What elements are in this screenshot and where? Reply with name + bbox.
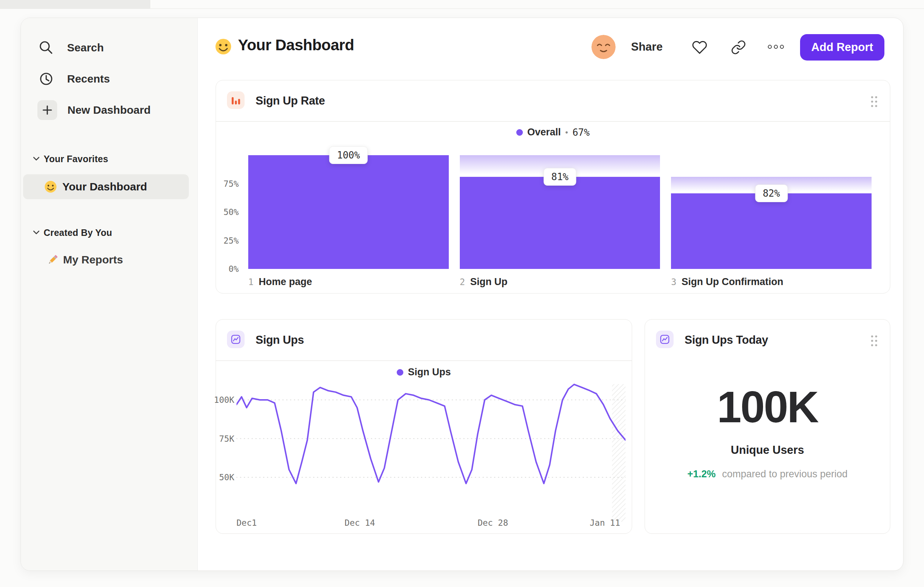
signups-today-card: Sign Ups Today 100K Unique Users +1.2% c… <box>645 319 890 534</box>
sidebar-item-search[interactable]: Search <box>37 37 104 59</box>
pencil-emoji-icon <box>46 253 59 266</box>
funnel-legend[interactable]: Overall • 67% <box>216 127 890 138</box>
app-window: Search Recents New Dashboard Your Favori <box>21 18 903 571</box>
line-legend[interactable]: Sign Ups <box>216 367 632 378</box>
sidebar-item-recents[interactable]: Recents <box>37 68 110 90</box>
x-tick-label: Dec 28 <box>478 518 508 528</box>
funnel-plot: 100% 81% 82% <box>248 155 871 269</box>
link-icon[interactable] <box>731 40 746 55</box>
plus-icon <box>37 100 57 120</box>
search-icon <box>37 39 55 56</box>
sidebar-item-your-dashboard[interactable]: Your Dashboard <box>23 174 189 199</box>
funnel-value-tooltip: 100% <box>329 146 368 164</box>
legend-separator: • <box>565 128 568 137</box>
funnel-bar-fill <box>460 177 660 269</box>
line-chart-icon <box>656 331 673 348</box>
share-button[interactable]: Share <box>631 40 663 54</box>
incomplete-period-band <box>612 384 625 522</box>
metric-change: +1.2% compared to previous period <box>645 468 890 480</box>
legend-dot <box>516 129 523 136</box>
metric-change-desc: compared to previous period <box>722 468 847 480</box>
signups-series-line <box>236 384 625 484</box>
signups-card: Sign Ups Sign Ups 100K75K50K Dec1Dec 14D… <box>216 319 632 534</box>
smiley-emoji-icon <box>44 180 57 193</box>
x-tick-label: Dec1 <box>236 518 257 528</box>
screen-top-strip <box>0 0 150 8</box>
sidebar-item-label: New Dashboard <box>68 104 151 116</box>
sidebar-item-my-reports[interactable]: My Reports <box>46 249 123 271</box>
divider <box>216 121 890 122</box>
card-title: Sign Ups Today <box>685 334 768 347</box>
sidebar: Search Recents New Dashboard Your Favori <box>21 18 198 570</box>
metric-change-pct: +1.2% <box>687 468 715 480</box>
funnel-value-tooltip: 81% <box>544 168 576 186</box>
clock-icon <box>37 70 55 88</box>
y-tick-label: 25% <box>223 236 239 246</box>
add-report-button[interactable]: Add Report <box>800 34 884 61</box>
funnel-y-axis: 75%50%25%0% <box>216 155 243 269</box>
bar-chart-icon <box>227 91 244 109</box>
funnel-bar-sign-up-confirmation[interactable]: 82% <box>671 155 871 269</box>
y-tick-label: 75K <box>219 434 234 444</box>
legend-value: 67% <box>573 127 590 138</box>
signups-line-chart[interactable] <box>236 379 625 525</box>
section-title: Your Favorites <box>44 154 108 164</box>
sidebar-item-label: Your Dashboard <box>62 180 147 193</box>
y-tick-label: 50K <box>219 472 234 483</box>
funnel-value-tooltip: 82% <box>755 185 788 202</box>
relieved-face-emoji-icon <box>591 35 615 59</box>
avatar[interactable] <box>591 35 615 59</box>
line-y-axis: 100K75K50K <box>216 319 239 533</box>
heart-icon[interactable] <box>692 40 707 55</box>
sidebar-item-label: Search <box>67 41 104 54</box>
more-options-icon[interactable] <box>767 45 784 49</box>
legend-dot <box>397 369 403 376</box>
chevron-down-icon <box>33 157 40 161</box>
drag-handle-icon[interactable] <box>870 95 878 108</box>
dashboard-title-emoji-icon <box>214 38 232 55</box>
signup-rate-card: Sign Up Rate Overall • 67% 75%50%25%0% 1… <box>216 80 890 293</box>
funnel-bar-home-page[interactable]: 100% <box>248 155 449 269</box>
x-tick-label: Jan 11 <box>590 518 620 528</box>
funnel-bar-sign-up[interactable]: 81% <box>460 155 660 269</box>
sidebar-item-new-dashboard[interactable]: New Dashboard <box>37 99 151 121</box>
y-tick-label: 0% <box>228 264 239 274</box>
x-tick-label: Dec 14 <box>345 518 375 528</box>
metric-label: Unique Users <box>645 443 890 457</box>
metric-value: 100K <box>645 381 890 433</box>
card-title: Sign Ups <box>256 334 304 347</box>
sidebar-item-label: Recents <box>67 73 110 85</box>
funnel-step-label: 2 Sign Up <box>460 276 660 288</box>
funnel-bar-fill <box>248 155 449 269</box>
section-title: Created By You <box>44 227 112 238</box>
funnel-step-label: 3 Sign Up Confirmation <box>671 276 871 288</box>
y-tick-label: 50% <box>223 207 239 217</box>
funnel-step-label: 1 Home page <box>248 276 449 288</box>
sidebar-section-created-by-you[interactable]: Created By You <box>33 227 112 238</box>
y-tick-label: 75% <box>223 179 239 189</box>
y-tick-label: 100K <box>214 395 234 405</box>
legend-name: Overall <box>527 127 561 138</box>
drag-handle-icon[interactable] <box>870 334 878 347</box>
funnel-x-axis: 1 Home page 2 Sign Up 3 Sign Up Confirma… <box>248 276 871 288</box>
legend-name: Sign Ups <box>408 367 450 378</box>
sidebar-section-your-favorites[interactable]: Your Favorites <box>33 153 108 165</box>
line-x-axis: Dec1Dec 14Dec 28Jan 11 <box>216 518 632 529</box>
chevron-down-icon <box>33 230 40 235</box>
screen-top-divider <box>0 8 924 9</box>
card-title: Sign Up Rate <box>256 94 325 107</box>
divider <box>216 360 632 361</box>
funnel-bar-fill <box>671 193 871 269</box>
page-title: Your Dashboard <box>238 36 354 54</box>
sidebar-item-label: My Reports <box>63 253 123 266</box>
